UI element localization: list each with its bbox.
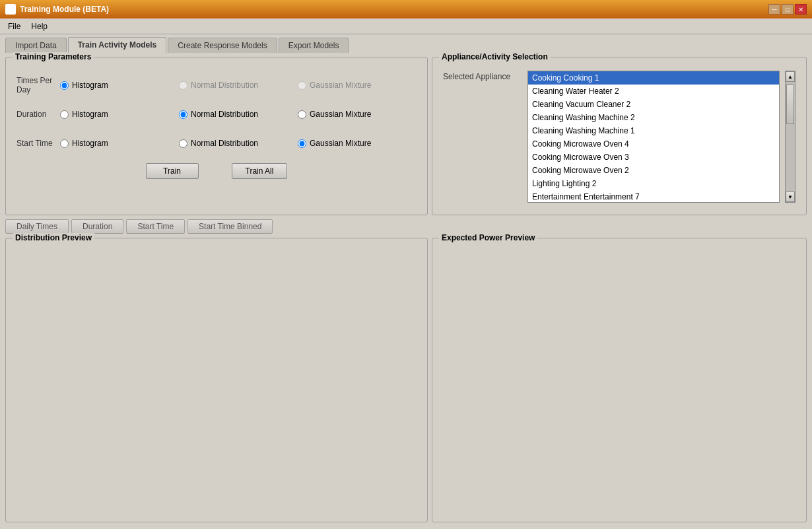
- times-per-day-row: Times Per Day Histogram Normal Distribut…: [17, 71, 417, 100]
- tpd-normal-radio: [179, 81, 187, 90]
- menu-file[interactable]: File: [3, 20, 26, 32]
- appliance-selection-title: Appliance/Activity Selection: [439, 52, 551, 61]
- menu-help[interactable]: Help: [26, 20, 53, 32]
- tpd-gaussian-radio: [298, 81, 306, 90]
- bottom-tab-duration[interactable]: Duration: [71, 219, 123, 234]
- dur-gaussian-label[interactable]: Gaussian Mixture: [310, 110, 371, 119]
- st-gaussian-option: Gaussian Mixture: [298, 139, 417, 148]
- tab-export-models[interactable]: Export Models: [279, 38, 349, 53]
- times-per-day-options: Histogram Normal Distribution Gaussian M…: [60, 81, 417, 90]
- scroll-thumb[interactable]: [786, 85, 794, 124]
- top-row: Training Parameters Times Per Day Histog…: [5, 57, 807, 215]
- st-normal-radio[interactable]: [179, 139, 187, 148]
- tpd-histogram-option: Histogram: [60, 81, 179, 90]
- bottom-tab-start-time[interactable]: Start Time: [126, 219, 185, 234]
- tab-import-data[interactable]: Import Data: [5, 38, 67, 53]
- dur-histogram-label[interactable]: Histogram: [72, 110, 108, 119]
- distribution-preview-area: [17, 252, 417, 511]
- appliance-list-item[interactable]: Cleaning Washing Machine 1: [528, 124, 779, 137]
- tpd-histogram-radio[interactable]: [60, 81, 69, 90]
- appliance-list-item[interactable]: Cooking Cooking 1: [528, 71, 779, 85]
- menu-bar: File Help: [0, 18, 812, 34]
- expected-power-preview-area: [443, 252, 795, 511]
- dur-normal-radio[interactable]: [179, 110, 187, 119]
- st-gaussian-label[interactable]: Gaussian Mixture: [310, 139, 371, 148]
- tpd-histogram-label[interactable]: Histogram: [72, 81, 108, 90]
- maximize-button[interactable]: □: [782, 4, 794, 15]
- train-all-button[interactable]: Train All: [232, 163, 288, 179]
- duration-label: Duration: [17, 110, 60, 119]
- dur-normal-label[interactable]: Normal Distribution: [191, 110, 258, 119]
- title-bar-left: Training Module (BETA): [5, 4, 109, 15]
- tab-create-response-models[interactable]: Create Response Models: [168, 38, 277, 53]
- minimize-button[interactable]: ─: [768, 4, 780, 15]
- scroll-track: [786, 82, 795, 192]
- start-time-label: Start Time: [17, 139, 60, 148]
- window-controls: ─ □ ✕: [768, 4, 807, 15]
- train-button[interactable]: Train: [146, 163, 199, 179]
- appliance-list-item[interactable]: Cooking Microwave Oven 4: [528, 137, 779, 151]
- tpd-gaussian-option: Gaussian Mixture: [298, 81, 417, 90]
- bottom-row: Distribution Preview Expected Power Prev…: [5, 238, 807, 522]
- title-bar: Training Module (BETA) ─ □ ✕: [0, 0, 812, 18]
- start-time-row: Start Time Histogram Normal Distribution…: [17, 129, 417, 158]
- appliance-list-item[interactable]: Cleaning Washing Machine 2: [528, 111, 779, 124]
- selected-appliance-label: Selected Appliance: [443, 71, 522, 81]
- appliance-list-container: Cooking Cooking 1Cleaning Water Heater 2…: [527, 71, 780, 203]
- appliance-list-item[interactable]: Cleaning Vacuum Cleaner 2: [528, 98, 779, 111]
- app-icon: [5, 4, 16, 15]
- dur-normal-option: Normal Distribution: [179, 110, 298, 119]
- appliance-selection-panel: Appliance/Activity Selection Selected Ap…: [432, 57, 807, 215]
- appliance-list-item[interactable]: Lighting Lighting 2: [528, 177, 779, 190]
- tab-train-activity-models[interactable]: Train Activity Models: [68, 37, 167, 53]
- duration-row: Duration Histogram Normal Distribution G…: [17, 100, 417, 129]
- window-title: Training Module (BETA): [20, 5, 109, 14]
- bottom-tab-daily-times[interactable]: Daily Times: [5, 219, 69, 234]
- st-histogram-label[interactable]: Histogram: [72, 139, 108, 148]
- dur-histogram-option: Histogram: [60, 110, 179, 119]
- appliance-list[interactable]: Cooking Cooking 1Cleaning Water Heater 2…: [527, 71, 780, 203]
- distribution-preview-panel: Distribution Preview: [5, 238, 428, 522]
- scroll-down-arrow[interactable]: ▼: [786, 192, 795, 202]
- appliance-list-item[interactable]: Cooking Microwave Oven 2: [528, 164, 779, 177]
- dur-histogram-radio[interactable]: [60, 110, 69, 119]
- tpd-normal-label: Normal Distribution: [191, 81, 258, 90]
- expected-power-preview-title: Expected Power Preview: [439, 233, 537, 242]
- appliance-list-item[interactable]: Cleaning Water Heater 2: [528, 85, 779, 98]
- scroll-up-arrow[interactable]: ▲: [786, 71, 795, 82]
- bottom-tab-start-time-binned[interactable]: Start Time Binned: [187, 219, 273, 234]
- duration-options: Histogram Normal Distribution Gaussian M…: [60, 110, 417, 119]
- tab-bar: Import Data Train Activity Models Create…: [0, 34, 812, 53]
- main-content: Training Parameters Times Per Day Histog…: [0, 53, 812, 528]
- st-gaussian-radio[interactable]: [298, 139, 306, 148]
- dur-gaussian-radio[interactable]: [298, 110, 306, 119]
- st-histogram-option: Histogram: [60, 139, 179, 148]
- expected-power-preview-panel: Expected Power Preview: [432, 238, 807, 522]
- close-button[interactable]: ✕: [795, 4, 807, 15]
- appliance-scrollbar[interactable]: ▲ ▼: [785, 71, 795, 203]
- training-parameters-title: Training Parameters: [13, 52, 94, 61]
- appliance-row: Selected Appliance Cooking Cooking 1Clea…: [443, 71, 795, 203]
- train-buttons-row: Train Train All: [17, 163, 417, 179]
- start-time-options: Histogram Normal Distribution Gaussian M…: [60, 139, 417, 148]
- times-per-day-label: Times Per Day: [17, 76, 60, 94]
- dur-gaussian-option: Gaussian Mixture: [298, 110, 417, 119]
- st-histogram-radio[interactable]: [60, 139, 69, 148]
- bottom-tabs: Daily Times Duration Start Time Start Ti…: [5, 219, 807, 234]
- training-parameters-panel: Training Parameters Times Per Day Histog…: [5, 57, 428, 215]
- appliance-list-item[interactable]: Entertainment Entertainment 7: [528, 190, 779, 203]
- distribution-preview-title: Distribution Preview: [13, 233, 94, 242]
- st-normal-option: Normal Distribution: [179, 139, 298, 148]
- tpd-normal-option: Normal Distribution: [179, 81, 298, 90]
- appliance-list-item[interactable]: Cooking Microwave Oven 3: [528, 151, 779, 164]
- st-normal-label[interactable]: Normal Distribution: [191, 139, 258, 148]
- tpd-gaussian-label: Gaussian Mixture: [310, 81, 371, 90]
